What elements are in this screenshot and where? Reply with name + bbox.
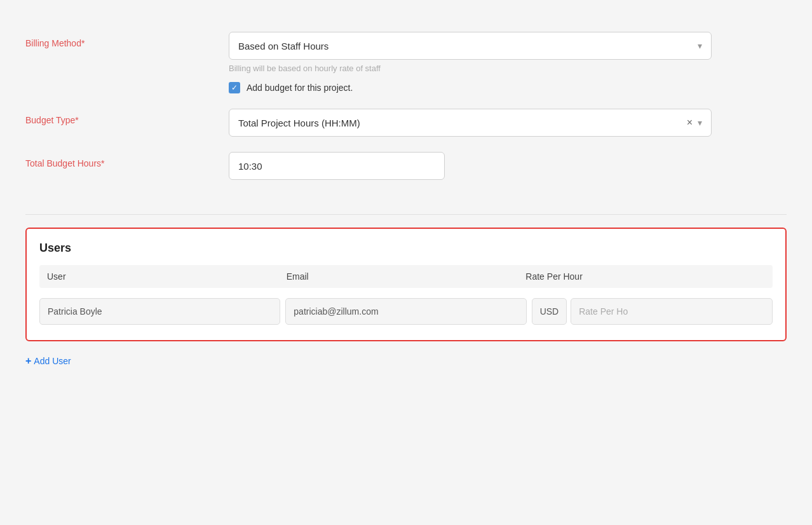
user-email-cell[interactable]: patriciab@zillum.com bbox=[285, 298, 526, 325]
total-budget-hours-control bbox=[229, 152, 787, 180]
billing-method-hint: Billing will be based on hourly rate of … bbox=[229, 64, 787, 73]
clear-icon[interactable]: × bbox=[687, 117, 693, 128]
billing-method-control: Based on Staff Hours ▾ Billing will be b… bbox=[229, 32, 787, 93]
billing-method-label: Billing Method* bbox=[25, 32, 229, 48]
add-user-label: Add User bbox=[34, 356, 71, 366]
page-container: Billing Method* Based on Staff Hours ▾ B… bbox=[25, 19, 787, 371]
budget-type-value: Total Project Hours (HH:MM) bbox=[238, 118, 360, 128]
total-budget-hours-input[interactable] bbox=[229, 152, 445, 180]
rate-placeholder-text: Rate Per Ho bbox=[579, 306, 628, 317]
table-row: Patricia Boyle patriciab@zillum.com USD … bbox=[39, 298, 773, 330]
rate-per-hour-input[interactable]: Rate Per Ho bbox=[571, 298, 773, 325]
table-header-user: User bbox=[47, 271, 287, 282]
budget-type-actions: × ▾ bbox=[687, 117, 702, 128]
user-rate-cell: USD Rate Per Ho bbox=[532, 298, 773, 325]
add-user-button[interactable]: + Add User bbox=[25, 351, 71, 371]
section-divider bbox=[25, 214, 787, 215]
budget-type-row: Budget Type* Total Project Hours (HH:MM)… bbox=[25, 109, 787, 137]
chevron-down-icon: ▾ bbox=[698, 41, 702, 51]
budget-type-label: Budget Type* bbox=[25, 109, 229, 125]
user-email-value: patriciab@zillum.com bbox=[294, 306, 378, 317]
add-user-plus-icon: + bbox=[25, 355, 31, 367]
budget-type-select[interactable]: Total Project Hours (HH:MM) × ▾ bbox=[229, 109, 712, 137]
users-section: Users User Email Rate Per Hour Patricia … bbox=[25, 228, 787, 341]
budget-type-control: Total Project Hours (HH:MM) × ▾ bbox=[229, 109, 787, 137]
add-budget-row: ✓ Add budget for this project. bbox=[229, 82, 787, 93]
table-header: User Email Rate Per Hour bbox=[39, 265, 773, 288]
billing-method-row: Billing Method* Based on Staff Hours ▾ B… bbox=[25, 32, 787, 93]
currency-value: USD bbox=[540, 306, 559, 317]
chevron-down-icon: ▾ bbox=[698, 118, 702, 128]
user-name-value: Patricia Boyle bbox=[48, 306, 102, 317]
checkmark-icon: ✓ bbox=[231, 84, 238, 92]
users-table: User Email Rate Per Hour Patricia Boyle … bbox=[39, 265, 773, 330]
add-budget-label: Add budget for this project. bbox=[247, 83, 353, 93]
table-header-email: Email bbox=[287, 271, 526, 282]
total-budget-hours-label: Total Budget Hours* bbox=[25, 152, 229, 168]
billing-method-select[interactable]: Based on Staff Hours ▾ bbox=[229, 32, 712, 60]
total-budget-hours-row: Total Budget Hours* bbox=[25, 152, 787, 180]
users-section-title: Users bbox=[39, 242, 773, 255]
form-section: Billing Method* Based on Staff Hours ▾ B… bbox=[25, 19, 787, 208]
billing-method-value: Based on Staff Hours bbox=[238, 41, 328, 51]
add-budget-checkbox[interactable]: ✓ bbox=[229, 82, 240, 93]
currency-badge: USD bbox=[532, 298, 567, 325]
user-name-cell[interactable]: Patricia Boyle bbox=[39, 298, 280, 325]
table-header-rate: Rate Per Hour bbox=[525, 271, 765, 282]
